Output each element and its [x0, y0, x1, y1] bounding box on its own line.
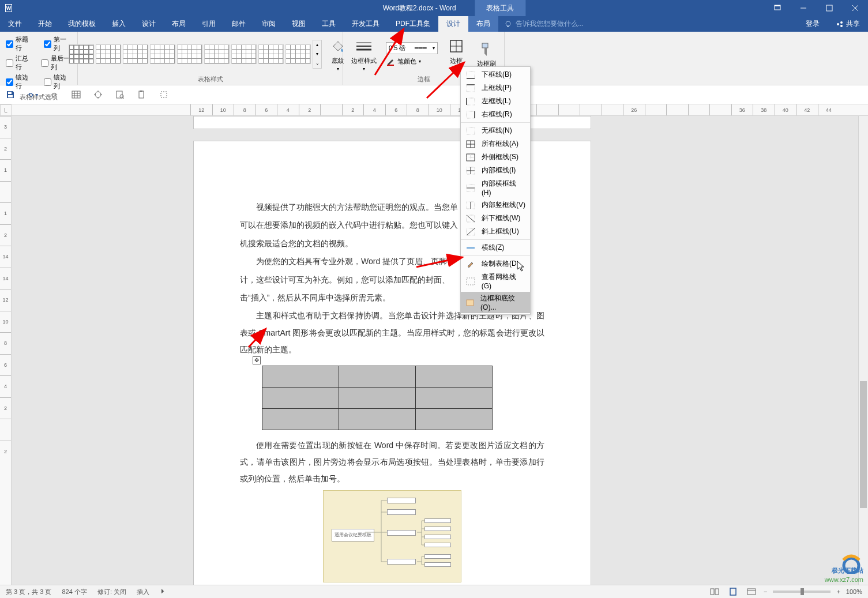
- svg-rect-46: [467, 111, 475, 118]
- maximize-button[interactable]: [816, 0, 842, 16]
- insert-mode[interactable]: 插入: [137, 588, 149, 596]
- border-top-item[interactable]: 上框线(P): [461, 81, 530, 95]
- border-inside-item[interactable]: 内部框线(I): [461, 164, 530, 177]
- format-qat-button[interactable]: [158, 89, 170, 100]
- opt-first-col[interactable]: 第一列: [44, 35, 72, 52]
- border-diag-down-item[interactable]: 斜下框线(W): [461, 212, 530, 225]
- ruler-vertical[interactable]: 321121414121086422: [0, 116, 12, 585]
- tab-table-design[interactable]: 设计: [438, 16, 468, 32]
- border-painter-button[interactable]: 边框刷: [472, 37, 501, 70]
- border-style-button[interactable]: 边框样式▾: [347, 35, 381, 74]
- undo-button[interactable]: ▾: [27, 89, 38, 100]
- style-thumb[interactable]: [150, 44, 175, 64]
- track-changes-status[interactable]: 修订: 关闭: [97, 588, 126, 596]
- tab-mailings[interactable]: 邮件: [224, 16, 254, 32]
- style-thumb[interactable]: [123, 44, 148, 64]
- zoom-in-button[interactable]: +: [836, 588, 840, 595]
- body-text[interactable]: 使用在需要位置出现的新按钮在 Word 中保存时间。若要更改图片适应文档的方式，…: [240, 437, 544, 488]
- table-move-handle[interactable]: ✥: [253, 356, 261, 364]
- zoom-slider[interactable]: [773, 591, 831, 593]
- document-workspace[interactable]: 视频提供了功能强大的方法帮助您证明您的观点。当您单 可以在想要添加的视频的嵌入代…: [12, 116, 868, 585]
- tab-review[interactable]: 审阅: [254, 16, 284, 32]
- border-inside-h-item[interactable]: 内部横框线(H): [461, 177, 530, 198]
- svg-point-11: [837, 23, 839, 25]
- style-thumb[interactable]: [231, 44, 257, 64]
- opt-total-row[interactable]: 汇总行: [6, 54, 31, 72]
- ruler-corner: L: [0, 104, 12, 116]
- svg-rect-37: [139, 91, 144, 98]
- login-button[interactable]: 登录: [798, 16, 828, 32]
- borders-group-label: 边框: [418, 75, 430, 84]
- zoom-out-button[interactable]: −: [764, 588, 767, 595]
- gallery-scroll[interactable]: ▴▾⌄: [313, 40, 322, 69]
- minimize-button[interactable]: [790, 0, 816, 16]
- opt-header-row[interactable]: 标题行: [6, 35, 33, 52]
- tab-templates[interactable]: 我的模板: [60, 16, 104, 32]
- pen-color-button[interactable]: 笔颜色▾: [386, 57, 438, 66]
- touch-mode-button[interactable]: [92, 89, 104, 100]
- zoom-level[interactable]: 100%: [846, 588, 862, 595]
- tell-me-search[interactable]: 告诉我您想要做什么...: [498, 16, 589, 32]
- tab-view[interactable]: 视图: [284, 16, 314, 32]
- tab-file[interactable]: 文件: [0, 16, 30, 32]
- opt-last-col[interactable]: 最后一列: [41, 54, 72, 72]
- border-bottom-item[interactable]: 下框线(B): [461, 68, 530, 81]
- ribbon-options-icon[interactable]: [764, 0, 790, 16]
- word-icon: W: [5, 2, 16, 14]
- border-inside-v-item[interactable]: 内部竖框线(V): [461, 198, 530, 212]
- border-all-item[interactable]: 所有框线(A): [461, 137, 530, 151]
- pen-weight-dropdown[interactable]: 0.5 磅━━━▾: [386, 42, 438, 54]
- save-icon: [6, 90, 15, 99]
- tab-tools[interactable]: 工具: [314, 16, 344, 32]
- vertical-scrollbar[interactable]: [858, 116, 868, 585]
- tab-references[interactable]: 引用: [194, 16, 224, 32]
- border-none-item[interactable]: 无框线(N): [461, 124, 530, 137]
- web-layout-button[interactable]: [745, 586, 758, 597]
- style-thumb[interactable]: [177, 44, 202, 64]
- opt-banded-row[interactable]: 镶边行: [6, 73, 33, 91]
- table-icon: [72, 90, 81, 99]
- svg-rect-48: [467, 127, 475, 134]
- tab-pdf[interactable]: PDF工具集: [388, 16, 438, 32]
- print-layout-button[interactable]: [727, 586, 739, 597]
- style-thumb[interactable]: [204, 44, 230, 64]
- table-qat-button[interactable]: [70, 89, 82, 100]
- diagram-image[interactable]: 通用会议纪要模板: [323, 490, 461, 582]
- share-button[interactable]: 共享: [828, 16, 868, 32]
- border-right-item[interactable]: 右框线(R): [461, 108, 530, 121]
- tab-home[interactable]: 开始: [30, 16, 60, 32]
- svg-rect-6: [826, 5, 832, 11]
- close-button[interactable]: [842, 0, 868, 16]
- border-outside-item[interactable]: 外侧框线(S): [461, 151, 530, 164]
- page-indicator[interactable]: 第 3 页，共 3 页: [6, 588, 51, 596]
- read-mode-button[interactable]: [708, 586, 721, 597]
- redo-button[interactable]: [48, 89, 60, 100]
- border-left-item[interactable]: 左框线(L): [461, 95, 530, 108]
- tab-design[interactable]: 设计: [134, 16, 164, 32]
- word-count[interactable]: 824 个字: [62, 588, 87, 596]
- borders-and-shading-item[interactable]: 边框和底纹(O)...: [461, 292, 530, 313]
- horizontal-line-item[interactable]: 横线(Z): [461, 241, 530, 254]
- tab-insert[interactable]: 插入: [104, 16, 134, 32]
- body-text[interactable]: 主题和样式也有助于文档保持协调。当您单击设计并选择新的主题时，图片、图表或 Sm…: [240, 307, 544, 358]
- table-styles-gallery[interactable]: ▴▾⌄: [69, 40, 322, 69]
- paste-qat-button[interactable]: [136, 89, 148, 100]
- style-thumb[interactable]: [69, 44, 94, 64]
- opt-banded-col[interactable]: 镶边列: [44, 73, 72, 91]
- scrollbar-thumb[interactable]: [860, 381, 867, 508]
- view-gridlines-item[interactable]: 查看网格线(G): [461, 270, 530, 292]
- document-page[interactable]: 视频提供了功能强大的方法帮助您证明您的观点。当您单 可以在想要添加的视频的嵌入代…: [193, 141, 591, 585]
- style-thumb[interactable]: [96, 44, 121, 64]
- selected-table[interactable]: [262, 366, 493, 430]
- style-thumb[interactable]: [285, 44, 311, 64]
- tab-table-layout[interactable]: 布局: [468, 16, 498, 32]
- pen-icon: [386, 57, 395, 66]
- save-button[interactable]: [5, 89, 16, 100]
- tab-layout[interactable]: 布局: [164, 16, 194, 32]
- svg-rect-40: [467, 72, 475, 78]
- ruler-horizontal[interactable]: 1210864224681012141618263638404244: [12, 104, 868, 116]
- border-diag-up-item[interactable]: 斜上框线(U): [461, 225, 530, 238]
- tab-devtools[interactable]: 开发工具: [344, 16, 388, 32]
- style-thumb[interactable]: [258, 44, 284, 64]
- preview-button[interactable]: [114, 89, 126, 100]
